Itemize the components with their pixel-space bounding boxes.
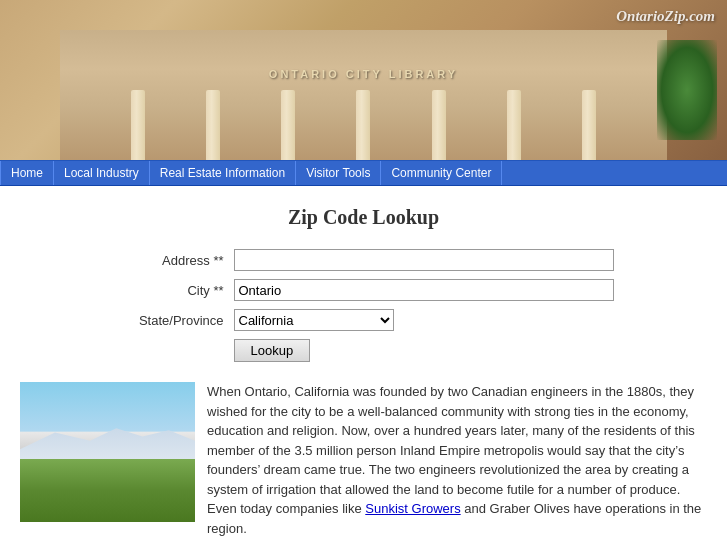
- column: [432, 90, 446, 160]
- nav-real-estate[interactable]: Real Estate Information: [150, 161, 296, 185]
- navigation-bar: Home Local Industry Real Estate Informat…: [0, 160, 727, 186]
- column: [281, 90, 295, 160]
- nav-home[interactable]: Home: [0, 161, 54, 185]
- column: [582, 90, 596, 160]
- lookup-form: Address ** City ** State/Province Califo…: [114, 249, 614, 362]
- city-row: City **: [114, 279, 614, 301]
- description-body: When Ontario, California was founded by …: [207, 384, 695, 516]
- state-select[interactable]: California Alabama Alaska Arizona Arkans…: [234, 309, 394, 331]
- city-input[interactable]: [234, 279, 614, 301]
- description-text: When Ontario, California was founded by …: [207, 382, 707, 538]
- address-label: Address **: [114, 253, 234, 268]
- trees-decoration: [657, 40, 717, 140]
- building-sign: ONTARIO CITY LIBRARY: [269, 68, 458, 80]
- mountain-image: [20, 382, 195, 522]
- column: [356, 90, 370, 160]
- sunkist-link[interactable]: Sunkist Growers: [365, 501, 460, 516]
- state-row: State/Province California Alabama Alaska…: [114, 309, 614, 331]
- lookup-button[interactable]: Lookup: [234, 339, 311, 362]
- main-content: Zip Code Lookup Address ** City ** State…: [0, 186, 727, 545]
- column: [507, 90, 521, 160]
- address-row: Address **: [114, 249, 614, 271]
- page-title: Zip Code Lookup: [20, 206, 707, 229]
- column: [131, 90, 145, 160]
- city-label: City **: [114, 283, 234, 298]
- nav-visitor-tools[interactable]: Visitor Tools: [296, 161, 381, 185]
- nav-local-industry[interactable]: Local Industry: [54, 161, 150, 185]
- watermark: OntarioZip.com: [616, 8, 715, 25]
- state-label: State/Province: [114, 313, 234, 328]
- address-input[interactable]: [234, 249, 614, 271]
- bottom-section: When Ontario, California was founded by …: [20, 382, 707, 538]
- button-row: Lookup: [114, 339, 614, 362]
- header-image: ONTARIO CITY LIBRARY OntarioZip.com: [0, 0, 727, 160]
- column: [206, 90, 220, 160]
- nav-community-center[interactable]: Community Center: [381, 161, 502, 185]
